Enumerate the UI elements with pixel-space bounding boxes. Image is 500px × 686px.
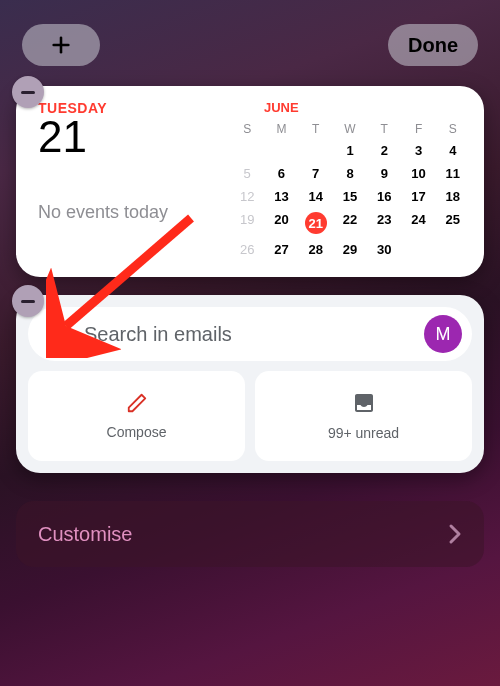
calendar-day-cell: 17 <box>401 185 435 208</box>
calendar-day-cell: 11 <box>436 162 470 185</box>
calendar-day-cell: 15 <box>333 185 367 208</box>
calendar-month-label: JUNE <box>230 100 470 115</box>
add-widget-button[interactable] <box>22 24 100 66</box>
calendar-day-cell: 9 <box>367 162 401 185</box>
done-button[interactable]: Done <box>388 24 478 66</box>
calendar-day-cell: 21 <box>299 208 333 238</box>
calendar-weekday-head: S <box>230 119 264 139</box>
customise-label: Customise <box>38 523 132 546</box>
calendar-events-text: No events today <box>38 202 218 223</box>
gmail-search-bar[interactable]: Search in emails M <box>28 307 472 361</box>
calendar-day-cell: 26 <box>230 238 264 261</box>
calendar-weekday-head: T <box>367 119 401 139</box>
gmail-unread-tile[interactable]: 99+ unread <box>255 371 472 461</box>
calendar-day-cell: 13 <box>264 185 298 208</box>
gmail-search-placeholder: Search in emails <box>84 323 412 346</box>
calendar-weekday-head: F <box>401 119 435 139</box>
remove-gmail-widget-button[interactable] <box>12 285 44 317</box>
calendar-day-cell: 30 <box>367 238 401 261</box>
calendar-day-cell: 8 <box>333 162 367 185</box>
calendar-weekday-head: W <box>333 119 367 139</box>
plus-icon <box>50 34 72 56</box>
pencil-icon <box>126 392 148 414</box>
calendar-day-cell: 27 <box>264 238 298 261</box>
calendar-day-cell: 7 <box>299 162 333 185</box>
calendar-day-cell: 18 <box>436 185 470 208</box>
calendar-weekday-head: M <box>264 119 298 139</box>
calendar-widget[interactable]: TUESDAY 21 No events today JUNE SMTWTFS1… <box>16 86 484 277</box>
calendar-day-cell: 20 <box>264 208 298 238</box>
calendar-day-cell <box>299 139 333 162</box>
calendar-day-cell <box>264 139 298 162</box>
calendar-day-cell: 24 <box>401 208 435 238</box>
calendar-day-cell: 4 <box>436 139 470 162</box>
calendar-day-cell: 16 <box>367 185 401 208</box>
calendar-day-number: 21 <box>38 112 218 162</box>
gmail-logo-icon <box>44 323 72 345</box>
calendar-day-cell: 19 <box>230 208 264 238</box>
calendar-day-cell: 3 <box>401 139 435 162</box>
calendar-day-cell <box>401 238 435 261</box>
calendar-day-cell: 14 <box>299 185 333 208</box>
chevron-right-icon <box>448 523 462 545</box>
calendar-day-cell <box>230 139 264 162</box>
inbox-icon <box>352 391 376 415</box>
calendar-day-cell: 10 <box>401 162 435 185</box>
calendar-weekday-head: T <box>299 119 333 139</box>
remove-calendar-widget-button[interactable] <box>12 76 44 108</box>
calendar-month-grid: SMTWTFS123456789101112131415161718192021… <box>230 119 470 261</box>
calendar-day-cell <box>436 238 470 261</box>
calendar-day-cell: 28 <box>299 238 333 261</box>
calendar-day-cell: 25 <box>436 208 470 238</box>
account-avatar[interactable]: M <box>424 315 462 353</box>
calendar-day-cell: 2 <box>367 139 401 162</box>
calendar-day-cell: 12 <box>230 185 264 208</box>
unread-label: 99+ unread <box>328 425 399 441</box>
calendar-weekday-head: S <box>436 119 470 139</box>
compose-label: Compose <box>107 424 167 440</box>
calendar-day-cell: 22 <box>333 208 367 238</box>
calendar-day-cell: 5 <box>230 162 264 185</box>
gmail-widget[interactable]: Search in emails M Compose 99+ unread <box>16 295 484 473</box>
gmail-compose-tile[interactable]: Compose <box>28 371 245 461</box>
calendar-day-cell: 6 <box>264 162 298 185</box>
calendar-day-cell: 29 <box>333 238 367 261</box>
calendar-day-cell: 1 <box>333 139 367 162</box>
customise-button[interactable]: Customise <box>16 501 484 567</box>
calendar-day-cell: 23 <box>367 208 401 238</box>
